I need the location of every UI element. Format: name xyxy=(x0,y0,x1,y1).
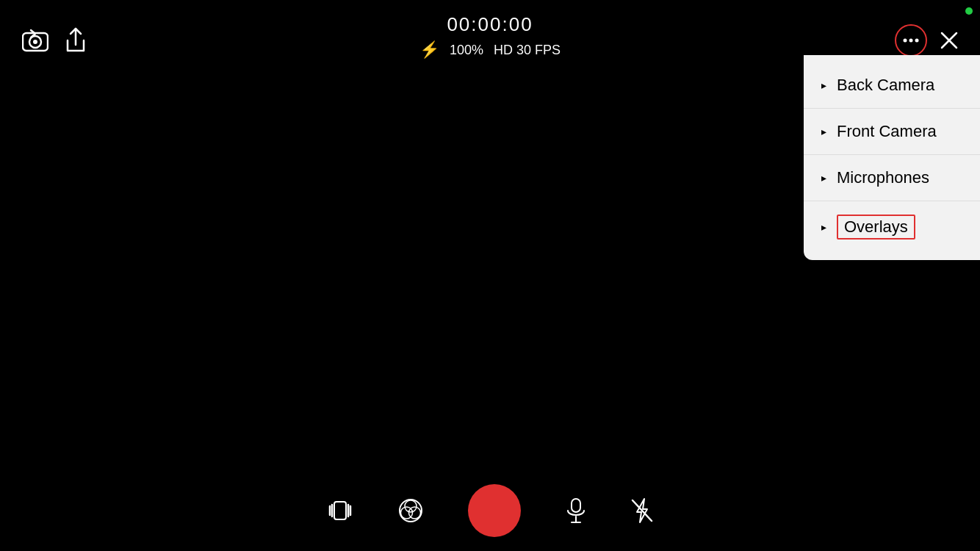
svg-rect-8 xyxy=(334,502,346,519)
top-right-controls xyxy=(895,24,958,57)
top-left-controls xyxy=(22,27,87,54)
timer-display: 00:00:00 xyxy=(447,13,533,36)
center-info: 00:00:00 ⚡ 100% HD 30 FPS xyxy=(419,13,561,60)
battery-level: 100% xyxy=(450,43,483,58)
menu-item-back-camera[interactable]: ▸ Back Camera xyxy=(804,62,980,109)
overlays-label: Overlays xyxy=(837,215,915,240)
svg-point-3 xyxy=(904,39,907,43)
front-camera-arrow: ▸ xyxy=(821,126,826,137)
svg-point-13 xyxy=(400,500,422,522)
front-camera-label: Front Camera xyxy=(837,122,937,141)
bottom-bar xyxy=(0,478,980,551)
overlays-arrow: ▸ xyxy=(821,221,826,233)
menu-item-microphones[interactable]: ▸ Microphones xyxy=(804,155,980,201)
svg-point-4 xyxy=(909,39,913,43)
svg-point-16 xyxy=(409,507,421,519)
menu-item-front-camera[interactable]: ▸ Front Camera xyxy=(804,109,980,155)
flash-icon: ⚡ xyxy=(419,40,439,60)
microphones-arrow: ▸ xyxy=(821,172,826,184)
share-button[interactable] xyxy=(65,27,87,54)
lens-button[interactable] xyxy=(397,497,424,524)
flash-off-button[interactable] xyxy=(631,497,653,524)
status-row: ⚡ 100% HD 30 FPS xyxy=(419,40,561,60)
close-button[interactable] xyxy=(940,32,958,49)
menu-item-overlays[interactable]: ▸ Overlays xyxy=(804,201,980,253)
vibrate-button[interactable] xyxy=(327,497,353,524)
mic-button[interactable] xyxy=(565,497,587,524)
microphones-label: Microphones xyxy=(837,168,929,187)
resolution-label: HD 30 FPS xyxy=(494,43,561,58)
back-camera-arrow: ▸ xyxy=(821,79,826,91)
record-button[interactable] xyxy=(468,484,521,537)
svg-rect-17 xyxy=(572,499,580,512)
bottom-icons xyxy=(0,484,980,537)
svg-point-2 xyxy=(33,40,37,44)
dropdown-menu: ▸ Back Camera ▸ Front Camera ▸ Microphon… xyxy=(804,55,980,260)
svg-point-14 xyxy=(405,500,417,512)
more-options-button[interactable] xyxy=(895,24,927,57)
back-camera-label: Back Camera xyxy=(837,76,934,95)
svg-point-5 xyxy=(915,39,919,43)
camera-flip-button[interactable] xyxy=(22,29,48,52)
